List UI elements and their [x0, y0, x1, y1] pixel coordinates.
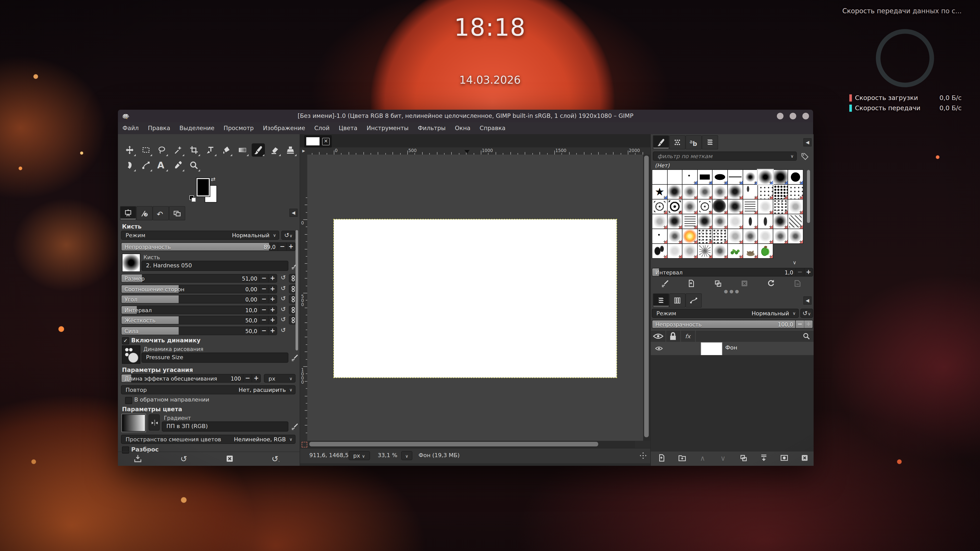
raise-button[interactable]: ∧ [698, 454, 707, 462]
collapse-dock-icon[interactable]: ◀ [803, 138, 811, 146]
decrease-button[interactable]: − [259, 316, 268, 324]
menu-просмотр[interactable]: Просмотр [219, 122, 258, 134]
brush-ellipse-4[interactable]: + [713, 170, 727, 184]
brush-grid-scrollbar[interactable] [807, 170, 810, 223]
reverse-checkbox[interactable] [125, 397, 132, 404]
brush-disc-24[interactable]: + [713, 200, 727, 214]
default-colors-icon-bg[interactable] [191, 197, 196, 202]
slider-reset-button[interactable]: ↺ [279, 274, 287, 282]
brush-dotsC-18[interactable]: + [773, 185, 788, 199]
decrease-button[interactable]: − [259, 306, 268, 313]
layer-name[interactable]: Фон [725, 345, 737, 351]
swap-colors-icon[interactable]: ⇄ [211, 176, 215, 183]
new-group-button[interactable] [678, 454, 687, 462]
brush-spacing-slider[interactable]: Интервал 1,0 − + [652, 268, 813, 276]
brush-spatter-28[interactable]: + [773, 200, 788, 214]
slider-Угол[interactable]: Угол0,00−+ [121, 295, 277, 303]
titlebar[interactable]: [Без имени]-1.0 (Цвета RGB 8 бит, нелине… [118, 110, 813, 122]
unit-dropdown[interactable]: px ∨ [348, 451, 370, 460]
layer-opacity-decrease-button[interactable]: − [795, 321, 804, 328]
fade-decrease-button[interactable]: − [243, 375, 251, 382]
dock-tab-device-status[interactable]: i [136, 206, 153, 221]
repeat-dropdown[interactable]: Повтор Нет, расширить ∨ [121, 385, 296, 394]
restore-tool-preset-button[interactable]: ↺ [179, 454, 188, 463]
dock-tab-fonts[interactable]: ab [686, 135, 702, 149]
opacity-decrease-button[interactable]: − [278, 243, 286, 251]
tool-crop[interactable] [187, 143, 200, 157]
paint-mode-dropdown[interactable]: Режим Нормальный ∨ [121, 230, 279, 240]
increase-button[interactable]: + [268, 327, 277, 334]
brush-soft1-6[interactable]: + [743, 170, 757, 184]
brush-ink-50[interactable]: + [652, 244, 667, 258]
tag-filter-combo[interactable]: фильтр по меткам ∨ [653, 151, 797, 161]
brush-texm-46[interactable]: + [743, 229, 757, 243]
menu-изображение[interactable]: Изображение [258, 122, 310, 134]
tool-bucket-fill[interactable] [220, 143, 233, 157]
dock-tab-channels[interactable] [669, 293, 686, 308]
menu-правка[interactable]: Правка [143, 122, 175, 134]
slider-track[interactable]: Сила50,0−+ [121, 326, 277, 335]
menu-файл[interactable]: Файл [118, 122, 143, 134]
decrease-button[interactable]: − [259, 295, 268, 303]
blend-space-dropdown[interactable]: Пространство смешения цветов Нелинейное,… [121, 435, 296, 444]
decrease-button[interactable]: − [259, 327, 268, 334]
dynamics-name-field[interactable]: Pressure Size [142, 353, 288, 363]
brush-dots-19[interactable]: + [788, 185, 803, 199]
brush-block-3[interactable]: + [698, 170, 712, 184]
brush-texm-48[interactable]: + [773, 229, 788, 243]
tool-options-scrollbar[interactable] [296, 230, 298, 351]
brush-circle-9[interactable]: + [788, 170, 803, 184]
effects-column-icon[interactable]: fx [680, 330, 696, 342]
fade-increase-button[interactable]: + [251, 375, 260, 382]
tool-paths[interactable] [139, 159, 152, 172]
refresh-brush-button[interactable] [767, 279, 775, 288]
brush-texl-30[interactable]: + [652, 214, 667, 229]
tool-unified-transform[interactable] [204, 143, 217, 157]
brush-texl-52[interactable]: + [682, 244, 697, 258]
layer-row-background[interactable]: Фон [651, 342, 814, 355]
slider-track[interactable]: Угол0,00−+ [121, 295, 277, 303]
brush-pepper-57[interactable]: + [758, 244, 773, 258]
new-brush-button[interactable] [687, 279, 696, 288]
decrease-button[interactable]: − [259, 275, 268, 282]
save-tool-preset-button[interactable] [133, 454, 142, 463]
increase-button[interactable]: + [268, 306, 277, 313]
brush-texfaint-27[interactable]: + [758, 200, 773, 214]
brush-dots-17[interactable]: + [758, 185, 773, 199]
opacity-slider[interactable]: Непрозрачность 89,0 − + [121, 242, 296, 251]
navigation-icon[interactable] [639, 451, 647, 460]
maximize-button[interactable] [790, 113, 796, 119]
slider-reset-button[interactable]: ↺ [279, 326, 287, 334]
brush-texl-29[interactable]: + [788, 200, 803, 214]
brush-texm-54[interactable]: + [713, 244, 727, 258]
brush-texd-38[interactable]: + [773, 214, 788, 229]
hscroll-thumb[interactable] [309, 442, 598, 446]
layer-mode-dropdown[interactable]: Режим Нормальный ∨ [652, 309, 799, 318]
mask-button[interactable] [780, 454, 789, 462]
brush-texm-41[interactable]: + [667, 229, 682, 243]
decrease-button[interactable]: − [259, 285, 268, 292]
increase-button[interactable]: + [268, 316, 277, 324]
brush-spatter-44[interactable]: + [713, 229, 727, 243]
brush-pixel-2[interactable]: + [682, 170, 697, 184]
duplicate-button[interactable] [739, 454, 748, 462]
slider-Жёсткость[interactable]: Жёсткость50,0−+ [121, 316, 277, 324]
menu-слой[interactable]: Слой [310, 122, 334, 134]
gradient-name-field[interactable]: ПП в ЗП (RGB) [162, 421, 288, 432]
brush-star-10[interactable]: ★+ [652, 185, 667, 199]
menu-справка[interactable]: Справка [475, 122, 510, 134]
vertical-ruler[interactable]: 05001000 [300, 155, 308, 441]
menu-выделение[interactable]: Выделение [175, 122, 219, 134]
minimize-button[interactable] [777, 113, 783, 119]
tool-eraser[interactable] [268, 143, 281, 157]
delete-brush-button[interactable] [740, 279, 749, 288]
dynamics-thumbnail[interactable] [122, 345, 140, 364]
visibility-column-icon[interactable] [651, 330, 666, 342]
brush-texfaint-47[interactable]: + [758, 229, 773, 243]
slider-track[interactable]: Размер51,00−+ [121, 274, 277, 283]
brush-texm-13[interactable]: + [698, 185, 712, 199]
spacing-increase-button[interactable]: + [804, 268, 813, 276]
reset-tool-preset-button[interactable]: ↺. [271, 454, 280, 463]
menu-фильтры[interactable]: Фильтры [413, 122, 450, 134]
fade-unit-dropdown[interactable]: px ∨ [264, 374, 296, 383]
